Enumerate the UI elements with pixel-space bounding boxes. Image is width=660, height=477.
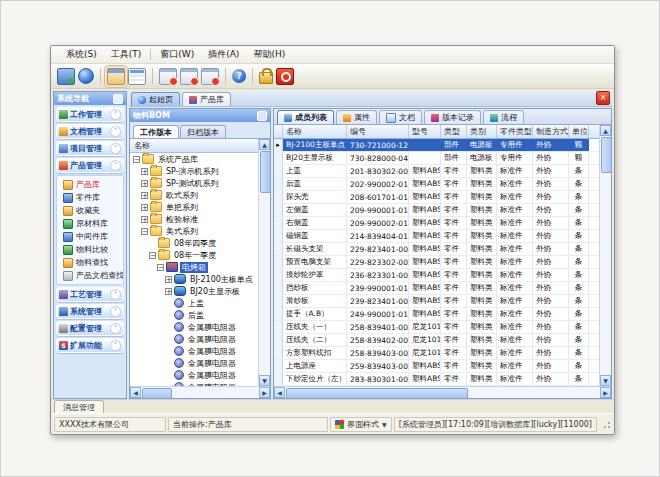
expand-icon[interactable]: + [141, 168, 148, 175]
sidebar-group-6[interactable]: 系统管理˅ [56, 304, 124, 319]
window-badge-icon-1[interactable] [159, 68, 177, 85]
chevron-down-icon[interactable]: ˅ [110, 126, 121, 137]
table-vertical-scrollbar[interactable]: ▲ ▼ [599, 125, 611, 386]
column-header-4[interactable]: 类型 [441, 125, 467, 138]
tree-node[interactable]: −电烤箱 [130, 261, 258, 273]
sidebar-group-3[interactable]: 项目管理˅ [56, 141, 124, 156]
chevron-down-icon[interactable]: ˅ [110, 289, 121, 300]
scroll-left-icon[interactable]: ◀ [274, 387, 285, 398]
menu-item-3[interactable]: 窗口(W) [153, 47, 201, 62]
collapse-icon[interactable]: − [133, 156, 140, 163]
column-header-6[interactable]: 零件类型 [497, 125, 533, 138]
tree-node[interactable]: +BJ20主显示板 [130, 285, 258, 297]
column-header-8[interactable]: 单位 [569, 125, 589, 138]
column-header-5[interactable]: 类别 [467, 125, 497, 138]
tree-node[interactable]: 后盖 [130, 309, 258, 321]
detail-tab-2[interactable]: 属性 [336, 110, 377, 124]
tree-node[interactable]: +SP-演示机系列 [130, 165, 258, 177]
menu-item-5[interactable]: 帮助(H) [246, 47, 292, 62]
tree-node[interactable]: +检验标准 [130, 213, 258, 225]
tree-node[interactable]: −系统产品库 [130, 153, 258, 165]
bom-tab-1[interactable]: 工作版本 [133, 125, 179, 138]
tree-vertical-scrollbar[interactable]: ▲ ▼ [258, 139, 270, 386]
chevron-down-icon[interactable]: ˅ [110, 306, 121, 317]
sidebar-group-1[interactable]: 工作管理˅ [56, 107, 124, 122]
collapse-icon[interactable]: − [141, 228, 148, 235]
collapse-icon[interactable]: − [157, 264, 164, 271]
tree-node[interactable]: +欧式系列 [130, 189, 258, 201]
ui-style-dropdown[interactable]: 界面样式 ▼ [330, 417, 392, 432]
close-tab-button[interactable]: × [596, 91, 610, 105]
sidebar-collapse-icon[interactable] [113, 94, 123, 104]
chevron-down-icon[interactable]: ˅ [110, 323, 121, 334]
tree-horizontal-scrollbar[interactable]: ◀ ▶ [130, 386, 270, 398]
sidebar-group-8[interactable]: S扩展功能˅ [56, 338, 124, 353]
scrollbar-thumb[interactable] [286, 388, 468, 399]
sidebar-item-2[interactable]: 零件库 [57, 191, 123, 204]
scroll-down-icon[interactable]: ▼ [259, 375, 270, 386]
table-row[interactable]: 长磁头支架229-823401-00X塑料ABS零件塑料类标准件外协条 [274, 243, 599, 256]
report-window-icon[interactable] [128, 68, 146, 85]
sidebar-group-4[interactable]: 产品管理˄ [56, 158, 124, 173]
sidebar-item-5[interactable]: 中间件库 [57, 230, 123, 243]
bom-tab-2[interactable]: 归档版本 [180, 125, 226, 138]
table-row[interactable]: 左侧盖209-990001-01X塑料ABS零件塑料类标准件外协条 [274, 204, 599, 217]
expand-icon[interactable]: + [165, 288, 172, 295]
collapse-icon[interactable]: − [149, 252, 156, 259]
globe-icon[interactable] [78, 68, 94, 84]
table-horizontal-scrollbar[interactable]: ◀ ▶ [274, 386, 611, 398]
sidebar-group-7[interactable]: 配置管理˅ [56, 321, 124, 336]
table-row[interactable]: 挡纱板239-990001-01X塑料ABS零件塑料类标准件外协条 [274, 282, 599, 295]
detail-tab-5[interactable]: 流程 [483, 110, 524, 124]
column-header-1[interactable]: 名称 [283, 125, 347, 138]
table-row[interactable]: 磁钢盖214-839404-01X塑料ABS零件塑料类标准件外协条 [274, 230, 599, 243]
column-header-3[interactable]: 型号 [409, 125, 441, 138]
menu-item-1[interactable]: 系统(S) [59, 47, 104, 62]
scrollbar-thumb[interactable] [601, 137, 612, 173]
tab-product-library[interactable]: 产品库 [182, 92, 231, 106]
message-tab[interactable]: 消息管理 [54, 400, 104, 413]
sidebar-item-1[interactable]: 产品库 [57, 178, 123, 191]
chevron-up-icon[interactable]: ˄ [110, 160, 121, 171]
tree-node[interactable]: −美式系列 [130, 225, 258, 237]
tree-column-header[interactable]: 名称 [130, 139, 258, 153]
column-header-2[interactable]: 编号 [347, 125, 409, 138]
tree-node[interactable]: −08年一季度 [130, 249, 258, 261]
tab-home[interactable]: 起始页 [131, 92, 180, 106]
table-row[interactable]: 上电源座259-839403-00X塑料ABS零件塑料类标准件外协条 [274, 360, 599, 373]
table-row[interactable]: 压线夹（二）258-839402-00X尼龙1010零件塑料类标准件外协条 [274, 334, 599, 347]
bom-panel-menu-icon[interactable] [257, 111, 267, 121]
detail-tab-4[interactable]: 版本记录 [424, 110, 481, 124]
sidebar-item-8[interactable]: 产品文档查找 [57, 269, 123, 282]
chevron-down-icon[interactable]: ˅ [110, 109, 121, 120]
scrollbar-thumb[interactable] [142, 388, 172, 399]
table-row[interactable]: 压线夹（一）258-839401-00X尼龙1010零件塑料类标准件外协条 [274, 321, 599, 334]
table-row[interactable]: BJ20主显示板730-828000-04X部件电源板专用件外协颗 [274, 152, 599, 165]
expand-icon[interactable]: + [141, 180, 148, 187]
expand-icon[interactable]: + [141, 192, 148, 199]
tree-node[interactable]: 金属膜电阻器 [130, 321, 258, 333]
scroll-left-icon[interactable]: ◀ [130, 387, 141, 398]
resize-grip[interactable] [601, 419, 611, 429]
table-row[interactable]: 右侧盖209-990002-01X塑料ABS零件塑料类标准件外协条 [274, 217, 599, 230]
expand-icon[interactable]: + [141, 216, 148, 223]
logout-icon[interactable] [276, 68, 294, 85]
window-badge-icon-3[interactable] [201, 68, 219, 85]
chevron-down-icon[interactable]: ˅ [110, 340, 121, 351]
table-row[interactable]: 滑纱板239-823401-00X塑料ABS零件塑料类标准件外协条 [274, 295, 599, 308]
sidebar-item-4[interactable]: 原材料库 [57, 217, 123, 230]
tree-node[interactable]: +单把系列 [130, 201, 258, 213]
table-row[interactable]: 接纱轮护罩236-823301-00X塑料ABS零件塑料类标准件外协条 [274, 269, 599, 282]
lock-icon[interactable] [259, 72, 273, 84]
sidebar-item-7[interactable]: 物料查找 [57, 256, 123, 269]
tree-node[interactable]: 金属膜电阻器 [130, 345, 258, 357]
monitor-icon[interactable] [57, 68, 75, 85]
menu-item-2[interactable]: 工具(T) [104, 47, 149, 62]
table-row[interactable]: 预置电脑支架229-823302-00X塑料ABS零件塑料类标准件外协条 [274, 256, 599, 269]
tree-node[interactable]: 08年四季度 [130, 237, 258, 249]
scroll-up-icon[interactable]: ▲ [600, 125, 611, 136]
sidebar-item-6[interactable]: 物料比较 [57, 243, 123, 256]
expand-icon[interactable]: + [141, 204, 148, 211]
tree-node[interactable]: 金属膜电阻器 [130, 333, 258, 345]
table-row[interactable]: 探头壳208-601701-01X塑料ABS零件塑料类标准件外协条 [274, 191, 599, 204]
